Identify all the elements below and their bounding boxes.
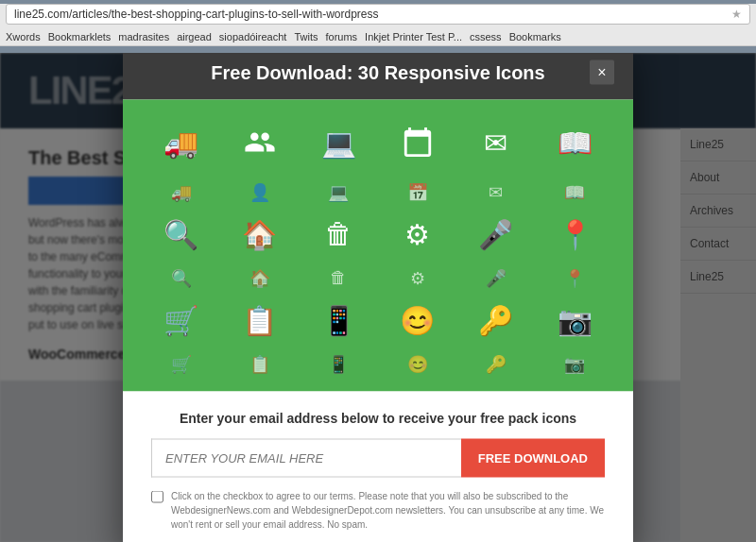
icon-key: 🔑 [456,296,535,345]
icon-face: 😊 [378,296,456,345]
icon-contact-book-sm: 📋 [220,345,299,382]
icon-pin-sm: 📍 [536,259,614,296]
icon-users [220,119,299,173]
icon-trash-sm: 🗑 [300,259,378,296]
modal-header: Free Download: 30 Responsive Icons × [123,53,633,100]
icon-laptop-sm: 💻 [300,173,378,211]
icon-contact-book: 📋 [220,296,299,345]
bookmark-cssess[interactable]: cssess [470,31,502,42]
download-modal: Free Download: 30 Responsive Icons × 🚚 💻 [123,53,633,542]
icon-search-sm: 🔍 [142,259,220,296]
icon-truck-sm: 🚚 [142,173,220,211]
icon-mic-sm: 🎤 [456,259,535,296]
icon-calendar [378,119,456,173]
bookmark-xwords[interactable]: Xwords [6,31,41,42]
icon-mail: ✉ [456,119,535,173]
icon-camera-sm: 📷 [536,345,614,382]
icons-grid: 🚚 💻 ✉ 📖 🚚 [123,100,633,392]
email-input[interactable] [151,439,461,478]
bookmark-inkjet[interactable]: Inkjet Printer Test P... [365,31,462,42]
modal-body: Enter your email address below to receiv… [123,392,633,543]
bookmark-bookmarks[interactable]: Bookmarks [509,31,561,42]
bookmark-twits[interactable]: Twits [294,31,318,42]
icon-tablet-sm: 📱 [300,345,378,382]
browser-chrome: line25.com/articles/the-best-shopping-ca… [0,4,756,46]
icon-calendar-sm: 📅 [378,173,456,211]
icon-cart: 🛒 [142,296,220,345]
icon-truck: 🚚 [142,119,220,173]
bookmark-icon: ★ [731,8,742,21]
icon-book-sm: 📖 [536,173,614,211]
address-bar[interactable]: line25.com/articles/the-best-shopping-ca… [6,4,750,25]
bookmark-bookmarklets[interactable]: Bookmarklets [48,31,112,42]
page-background: LINE25 The Best Shop... WordPress has al… [0,53,756,542]
icon-trash: 🗑 [300,211,378,259]
icon-pin: 📍 [536,211,614,259]
icon-face-sm: 😊 [378,345,456,382]
icon-mail-sm: ✉ [456,173,535,211]
icon-gear-sm: ⚙ [378,259,456,296]
terms-row: Click on the checkbox to agree to our te… [151,489,605,532]
icon-camera: 📷 [536,296,614,345]
bookmark-forums[interactable]: forums [325,31,357,42]
icon-search: 🔍 [142,211,220,259]
icon-mic: 🎤 [456,211,535,259]
bookmark-airgead[interactable]: airgead [177,31,212,42]
bookmark-siopadoireacht[interactable]: siopadóireacht [219,31,287,42]
free-download-button[interactable]: FREE DOWNLOAD [461,439,605,478]
icon-home: 🏠 [220,211,299,259]
icon-key-sm: 🔑 [456,345,535,382]
icon-cart-sm: 🛒 [142,345,220,382]
icon-book: 📖 [536,119,614,173]
url-text: line25.com/articles/the-best-shopping-ca… [14,8,379,21]
icon-tablet: 📱 [300,296,378,345]
terms-checkbox[interactable] [151,491,163,503]
icon-users-sm: 👤 [220,173,299,211]
icon-home-sm: 🏠 [220,259,299,296]
icon-laptop: 💻 [300,119,378,173]
email-form-row: FREE DOWNLOAD [151,439,605,478]
modal-subtitle: Enter your email address below to receiv… [151,411,605,426]
modal-title: Free Download: 30 Responsive Icons [166,61,590,83]
terms-text: Click on the checkbox to agree to our te… [171,489,605,532]
close-button[interactable]: × [590,60,614,85]
bookmark-madrasites[interactable]: madrasites [118,31,169,42]
icon-gear: ⚙ [378,211,456,259]
bookmarks-bar: Xwords Bookmarklets madrasites airgead s… [0,28,756,46]
